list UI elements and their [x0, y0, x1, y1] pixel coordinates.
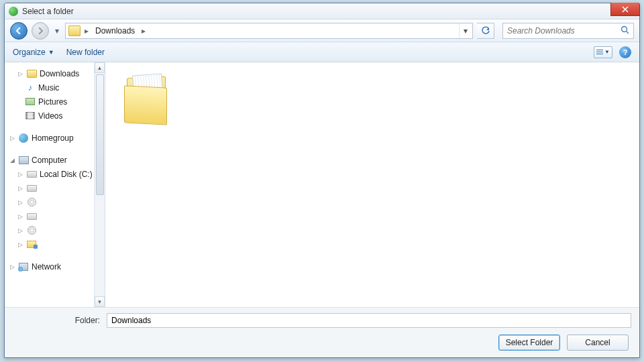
expand-icon[interactable]: ▷	[17, 227, 23, 234]
toolbar: Organize ▼ New folder ▼ ?	[5, 42, 639, 62]
tree-item-optical[interactable]: ▷	[6, 195, 105, 209]
computer-icon	[19, 156, 29, 164]
address-bar[interactable]: ▸ Downloads ▸ ▾	[65, 23, 473, 39]
pictures-icon	[25, 98, 35, 105]
chevron-down-icon: ▼	[604, 49, 610, 55]
scroll-up-button[interactable]: ▲	[95, 62, 105, 73]
history-dropdown[interactable]: ▾	[53, 24, 61, 38]
tree-item-drive[interactable]: ▷	[6, 181, 105, 195]
expand-icon[interactable]: ▷	[17, 213, 23, 220]
tree-label: Videos	[38, 111, 62, 121]
view-icon	[596, 50, 603, 55]
drive-icon	[27, 213, 37, 220]
help-button[interactable]: ?	[619, 46, 631, 58]
disk-icon	[27, 171, 37, 178]
expand-icon[interactable]: ▷	[17, 241, 23, 248]
folder-icon	[68, 25, 80, 36]
drive-icon	[27, 185, 37, 192]
search-box[interactable]	[502, 23, 634, 39]
folder-item[interactable]	[123, 72, 175, 129]
tree-label: Downloads	[40, 69, 79, 78]
folder-content-pane[interactable]	[105, 62, 639, 307]
tree-item-local-disk[interactable]: ▷ Local Disk (C:)	[6, 167, 105, 181]
breadcrumb-item[interactable]: Downloads	[91, 23, 139, 38]
scrollbar-thumb[interactable]	[96, 74, 104, 195]
refresh-button[interactable]	[477, 23, 494, 39]
tree-item-pictures[interactable]: Pictures	[6, 95, 105, 109]
nav-row: ▾ ▸ Downloads ▸ ▾	[5, 19, 639, 42]
tree-item-optical[interactable]: ▷	[6, 223, 105, 237]
folder-name-row: Folder:	[13, 313, 631, 328]
cancel-button[interactable]: Cancel	[567, 335, 629, 351]
collapse-icon[interactable]: ◢	[9, 157, 15, 164]
tree-label: Network	[32, 262, 61, 272]
sidebar-scrollbar[interactable]: ▲ ▼	[94, 62, 105, 307]
folder-field-label: Folder:	[13, 316, 100, 325]
tree-label: Pictures	[38, 97, 67, 107]
tree-label: Local Disk (C:)	[40, 170, 93, 179]
svg-point-0	[622, 26, 627, 32]
tree-item-downloads[interactable]: ▷ Downloads	[6, 66, 105, 80]
tree-item-videos[interactable]: Videos	[6, 109, 105, 123]
search-icon	[621, 25, 629, 36]
usb-icon	[27, 241, 36, 248]
svg-line-1	[627, 31, 629, 34]
tree-label: Music	[38, 83, 59, 93]
expand-icon[interactable]: ▷	[9, 135, 15, 141]
back-button[interactable]	[10, 22, 28, 40]
new-folder-label: New folder	[66, 48, 105, 57]
folder-icon	[27, 70, 37, 78]
close-button[interactable]	[610, 3, 640, 16]
expand-icon[interactable]: ▷	[17, 185, 23, 192]
view-options-button[interactable]: ▼	[594, 46, 612, 58]
tree-label: Computer	[32, 156, 67, 165]
tree-item-homegroup[interactable]: ▷ Homegroup	[6, 131, 105, 145]
tree-label: Homegroup	[32, 133, 74, 143]
search-input[interactable]	[507, 26, 621, 36]
address-dropdown[interactable]: ▾	[459, 23, 471, 38]
scroll-down-button[interactable]: ▼	[95, 296, 105, 307]
expand-icon[interactable]: ▷	[17, 199, 23, 206]
app-icon	[9, 7, 18, 16]
music-icon: ♪	[25, 83, 36, 93]
organize-label: Organize	[13, 48, 46, 57]
expand-icon[interactable]: ▷	[9, 263, 15, 270]
dialog-body: ▷ Downloads ♪ Music Pictures Videos	[5, 62, 639, 307]
folder-picker-dialog: Select a folder ▾ ▸ Downloads ▸ ▾	[4, 3, 640, 358]
cd-icon	[28, 226, 36, 235]
cd-icon	[28, 198, 36, 206]
breadcrumb-separator[interactable]: ▸	[83, 23, 90, 38]
tree-item-removable[interactable]: ▷	[6, 237, 105, 251]
nav-tree: ▷ Downloads ♪ Music Pictures Videos	[5, 62, 105, 307]
tree-item-drive[interactable]: ▷	[6, 209, 105, 223]
titlebar[interactable]: Select a folder	[5, 3, 639, 19]
chevron-down-icon: ▼	[48, 49, 54, 56]
tree-item-music[interactable]: ♪ Music	[6, 80, 105, 95]
breadcrumb-separator[interactable]: ▸	[140, 23, 147, 38]
window-title: Select a folder	[22, 7, 74, 16]
expand-icon[interactable]: ▷	[17, 171, 23, 178]
network-icon	[19, 263, 28, 271]
expand-icon[interactable]: ▷	[17, 70, 23, 77]
tree-item-network[interactable]: ▷ Network	[6, 259, 105, 274]
videos-icon	[25, 112, 35, 119]
forward-button[interactable]	[32, 22, 49, 40]
window-controls	[610, 3, 640, 16]
button-label: Select Folder	[506, 338, 553, 347]
dialog-footer: Folder: Select Folder Cancel	[5, 307, 639, 357]
tree-item-computer[interactable]: ◢ Computer	[6, 153, 105, 167]
folder-name-input[interactable]	[107, 313, 631, 328]
button-label: Cancel	[585, 338, 610, 347]
organize-menu[interactable]: Organize ▼	[13, 48, 54, 57]
homegroup-icon	[19, 133, 28, 143]
select-folder-button[interactable]: Select Folder	[498, 335, 560, 351]
new-folder-button[interactable]: New folder	[66, 48, 105, 57]
